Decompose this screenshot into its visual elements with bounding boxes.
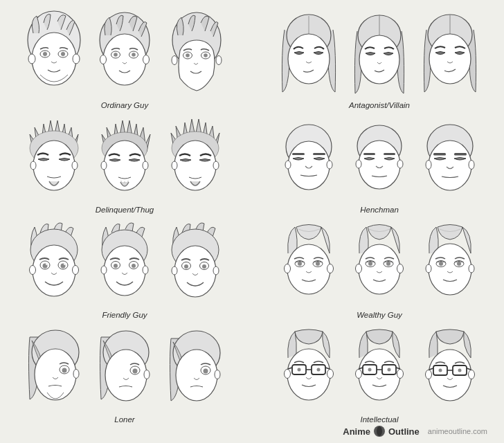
- ordinary-face-3: [161, 9, 230, 99]
- svg-point-138: [397, 370, 404, 379]
- svg-point-87: [202, 264, 206, 269]
- svg-point-71: [64, 264, 65, 265]
- svg-point-51: [359, 141, 400, 189]
- henchman-face-2: [345, 114, 414, 204]
- delinquent-group: Delinquent/Thug: [6, 114, 244, 214]
- svg-rect-48: [292, 153, 305, 155]
- wealthy-group: Wealthy Guy: [260, 219, 498, 319]
- svg-point-89: [285, 264, 291, 273]
- svg-point-150: [469, 370, 475, 379]
- delinquent-face-3: [161, 114, 230, 204]
- svg-point-133: [298, 368, 301, 372]
- svg-point-85: [184, 264, 188, 269]
- svg-point-46: [285, 161, 291, 169]
- delinquent-face-2: [90, 114, 159, 204]
- watermark: Anime Outline animeoutline.com: [6, 425, 498, 440]
- row-2: Delinquent/Thug: [6, 111, 498, 215]
- brand-name-2: Outline: [388, 426, 420, 437]
- svg-point-147: [388, 368, 391, 372]
- svg-point-7: [61, 52, 65, 56]
- svg-point-24: [288, 34, 330, 84]
- svg-point-36: [143, 161, 148, 170]
- villain-face-1: [274, 9, 343, 99]
- svg-point-10: [100, 55, 107, 64]
- villain-label: Antagonist/Villain: [349, 101, 410, 109]
- svg-point-161: [377, 426, 382, 436]
- svg-point-81: [174, 246, 216, 297]
- svg-point-58: [426, 161, 431, 170]
- loner-label: Loner: [114, 415, 134, 424]
- svg-point-83: [213, 266, 219, 275]
- svg-point-3: [73, 54, 80, 64]
- svg-point-64: [30, 265, 36, 274]
- svg-point-82: [172, 266, 177, 275]
- svg-point-22: [204, 53, 208, 57]
- svg-point-104: [469, 264, 474, 273]
- svg-point-116: [144, 370, 150, 379]
- intellectual-face-2: [345, 323, 414, 413]
- svg-point-35: [101, 161, 107, 170]
- content-area: Ordinary Guy: [6, 6, 498, 424]
- svg-point-53: [397, 160, 403, 168]
- svg-point-17: [172, 55, 177, 64]
- svg-point-57: [429, 141, 471, 190]
- henchman-face-3: [415, 114, 485, 204]
- svg-point-126: [327, 370, 334, 379]
- loner-faces: [19, 323, 230, 413]
- svg-point-149: [426, 370, 432, 379]
- svg-point-75: [143, 266, 148, 274]
- svg-point-26: [359, 35, 399, 84]
- ordinary-face-2: [90, 9, 159, 99]
- watermark-url: animeoutline.com: [428, 427, 487, 435]
- svg-point-45: [288, 141, 330, 190]
- svg-rect-55: [384, 153, 395, 155]
- svg-point-108: [457, 262, 461, 266]
- svg-point-28: [429, 34, 471, 84]
- ordinary-guy-group: Ordinary Guy: [6, 9, 244, 109]
- svg-point-59: [469, 161, 474, 170]
- svg-point-94: [316, 262, 320, 266]
- svg-point-32: [72, 161, 78, 170]
- intellectual-face-3: [415, 323, 485, 413]
- wealthy-face-1: [274, 219, 343, 309]
- svg-point-110: [35, 349, 76, 400]
- svg-point-113: [62, 368, 67, 373]
- svg-point-137: [356, 370, 362, 379]
- svg-point-159: [458, 369, 462, 372]
- svg-point-9: [103, 34, 146, 85]
- ordinary-face-1: [19, 9, 89, 99]
- svg-point-2: [28, 54, 35, 64]
- svg-point-15: [132, 53, 136, 57]
- wealthy-face-3: [415, 219, 485, 309]
- svg-point-43: [213, 161, 219, 170]
- intellectual-group: Intellectual: [260, 323, 498, 424]
- brand-logo-icon: [373, 425, 386, 437]
- svg-point-52: [356, 160, 361, 168]
- intellectual-faces: [274, 323, 485, 413]
- svg-point-103: [426, 264, 431, 273]
- svg-point-65: [73, 265, 79, 274]
- svg-point-121: [215, 370, 220, 379]
- delinquent-face-1: [19, 114, 89, 204]
- wealthy-face-2: [345, 219, 414, 309]
- svg-point-37: [120, 181, 122, 182]
- svg-point-1: [32, 33, 76, 85]
- svg-rect-60: [433, 153, 446, 156]
- svg-point-90: [327, 264, 334, 273]
- svg-rect-54: [363, 153, 375, 155]
- svg-point-42: [172, 161, 177, 170]
- svg-point-106: [439, 262, 443, 266]
- svg-point-157: [439, 369, 442, 372]
- henchman-faces: [274, 114, 485, 204]
- svg-point-96: [356, 264, 362, 273]
- loner-face-2: [90, 323, 159, 413]
- delinquent-label: Delinquent/Thug: [96, 206, 154, 214]
- henchman-group: Henchman: [260, 114, 498, 214]
- villain-group: Antagonist/Villain: [260, 9, 498, 109]
- svg-point-74: [101, 266, 107, 274]
- intellectual-face-1: [274, 323, 343, 413]
- villain-faces: [274, 9, 485, 99]
- friendly-face-2: [90, 219, 159, 309]
- svg-point-145: [368, 368, 372, 372]
- villain-face-2: [345, 9, 414, 99]
